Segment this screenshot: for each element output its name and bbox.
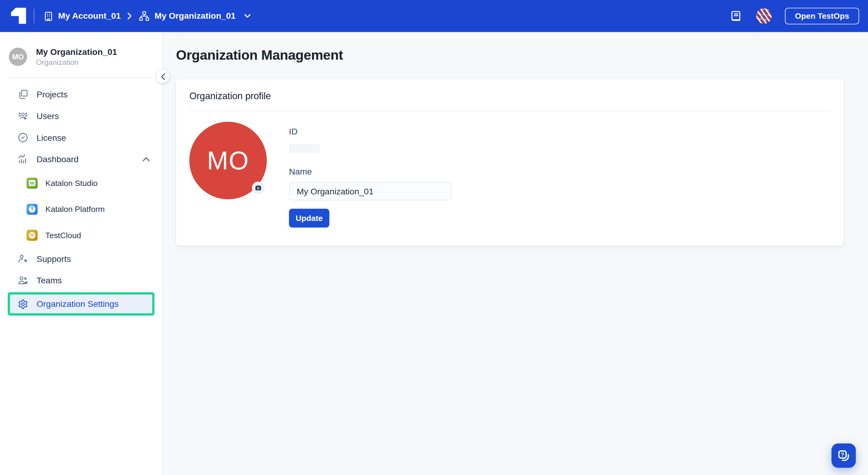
license-badge-icon <box>18 133 28 143</box>
top-bar: My Account_01 My Organization_01 <box>0 0 868 32</box>
gear-icon <box>18 299 28 310</box>
sidebar-item-users[interactable]: Users <box>0 105 162 127</box>
breadcrumb-account[interactable]: My Account_01 <box>43 11 121 22</box>
organization-name-input[interactable] <box>289 182 452 200</box>
sidebar: MO My Organization_01 Organization Proje… <box>0 32 163 475</box>
book-icon <box>730 10 742 22</box>
breadcrumb-account-label: My Account_01 <box>58 11 121 21</box>
org-name: My Organization_01 <box>36 46 117 57</box>
chevron-down-icon[interactable] <box>244 13 250 19</box>
organization-profile-card: Organization profile MO ID <box>176 79 844 246</box>
sidebar-item-label: Users <box>36 111 154 121</box>
sidebar-subitem-label: Katalon Studio <box>45 179 98 187</box>
org-avatar-large-wrap: MO <box>189 122 267 199</box>
chevron-left-icon <box>160 73 165 80</box>
sidebar-subitem-katalon-platform[interactable]: T Katalon Platform <box>0 196 162 222</box>
breadcrumb-organization-label: My Organization_01 <box>155 11 236 21</box>
chevron-up-icon[interactable] <box>142 157 150 162</box>
sidebar-nav: Projects <box>0 84 162 316</box>
help-chat-icon: ? <box>837 449 850 462</box>
update-button[interactable]: Update <box>289 209 330 227</box>
camera-icon <box>255 185 262 192</box>
sidebar-subitem-label: Katalon Platform <box>45 204 105 213</box>
name-label: Name <box>289 167 452 177</box>
katalon-studio-icon: SE <box>27 178 38 189</box>
chevron-right-icon <box>126 12 133 20</box>
sidebar-item-dashboard[interactable]: Dashboard <box>0 149 162 170</box>
active-item-highlight: Organization Settings <box>8 292 155 316</box>
supports-icon <box>18 254 28 264</box>
projects-icon <box>18 89 28 100</box>
change-avatar-button[interactable] <box>252 182 265 194</box>
sidebar-item-label: Teams <box>36 276 154 285</box>
card-title: Organization profile <box>189 91 830 102</box>
breadcrumb: My Account_01 My Organization_01 <box>43 10 250 22</box>
svg-text:?: ? <box>841 451 844 458</box>
sidebar-subitem-testcloud[interactable]: TC TestCloud <box>0 222 162 248</box>
sidebar-divider <box>9 78 153 78</box>
sidebar-item-teams[interactable]: Teams <box>0 270 162 291</box>
profile-row: MO ID Name Update <box>189 122 830 227</box>
testcloud-icon: TC <box>27 230 38 241</box>
main-content: Organization Management Organization pro… <box>163 32 868 475</box>
sidebar-collapse-button[interactable] <box>156 70 169 83</box>
building-icon <box>43 11 54 22</box>
katalon-platform-icon: T <box>27 204 38 215</box>
id-label: ID <box>289 127 452 137</box>
dashboard-chart-icon <box>18 154 28 164</box>
sidebar-item-organization-settings[interactable]: Organization Settings <box>10 295 152 313</box>
card-divider <box>189 110 830 111</box>
sidebar-item-label: Organization Settings <box>36 299 119 309</box>
help-button[interactable]: ? <box>832 443 856 468</box>
users-icon <box>18 111 28 122</box>
page-title: Organization Management <box>176 48 844 63</box>
sidebar-item-label: License <box>36 133 154 143</box>
sidebar-subitem-label: TestCloud <box>45 231 81 240</box>
sidebar-item-label: Dashboard <box>36 154 134 164</box>
org-avatar: MO <box>9 47 27 66</box>
sidebar-item-license[interactable]: License <box>0 127 162 149</box>
documentation-button[interactable] <box>730 10 742 22</box>
open-testops-button[interactable]: Open TestOps <box>785 8 859 24</box>
topbar-divider <box>34 9 34 23</box>
app-viewport: My Account_01 My Organization_01 <box>0 0 868 475</box>
user-avatar[interactable] <box>756 8 772 24</box>
sidebar-item-label: Supports <box>36 254 154 264</box>
sidebar-item-label: Projects <box>36 90 154 99</box>
sitemap-icon <box>138 10 150 22</box>
breadcrumb-organization[interactable]: My Organization_01 <box>138 10 250 22</box>
org-subtitle: Organization <box>36 59 117 67</box>
id-value-placeholder <box>289 144 320 153</box>
app-shell: MO My Organization_01 Organization Proje… <box>0 32 868 475</box>
sidebar-org-header: MO My Organization_01 Organization <box>0 46 162 67</box>
teams-icon <box>18 276 28 286</box>
profile-fields: ID Name Update <box>289 122 452 227</box>
katalon-logo-icon <box>10 7 27 25</box>
sidebar-item-supports[interactable]: Supports <box>0 248 162 270</box>
sidebar-subitem-katalon-studio[interactable]: SE Katalon Studio <box>0 170 162 196</box>
sidebar-item-projects[interactable]: Projects <box>0 84 162 105</box>
